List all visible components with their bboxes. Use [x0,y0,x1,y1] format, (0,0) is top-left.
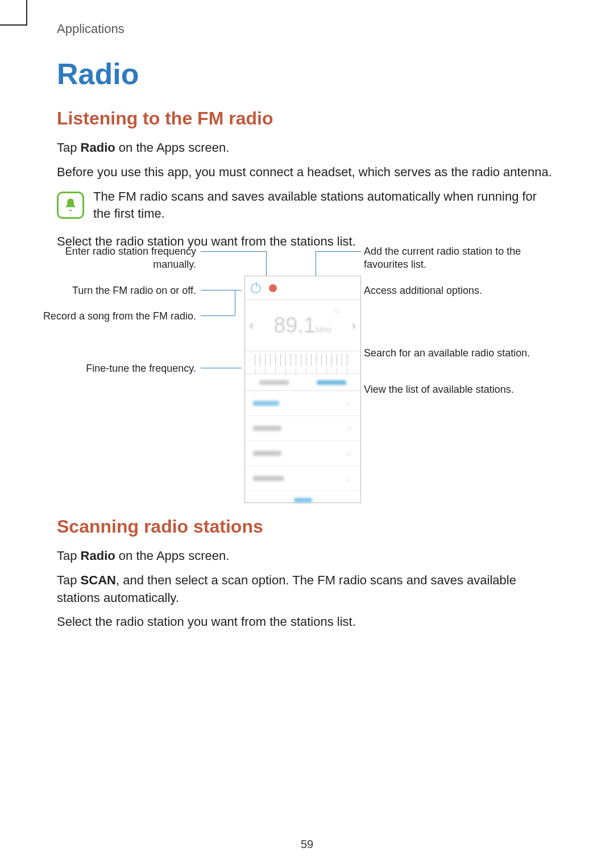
device-toolbar [245,276,360,300]
scan-button-row [245,491,360,509]
blurred-label [253,451,281,456]
blurred-label [253,426,281,431]
para-tap-scan: Tap SCAN, and then select a scan option.… [57,572,557,607]
blurred-scan-label [294,498,312,502]
star-icon: ☆ [345,424,352,433]
callout-power: Turn the FM radio on or off. [40,284,196,297]
tabs-row [245,374,360,391]
text: Tap [57,140,81,155]
chevron-left-icon: ‹ [250,318,254,333]
crop-mark [0,0,27,26]
connector-line [201,368,242,368]
station-row: ☆ [245,441,360,466]
section-listening: Listening to the FM radio Tap Radio on t… [57,108,557,258]
callout-manual: Enter radio station frequency manually. [40,245,196,272]
blurred-label [317,380,346,385]
station-row: ☆ [245,391,360,416]
section-scanning: Scanning radio stations Tap Radio on the… [57,516,557,638]
blurred-label [253,476,284,481]
bold-scan: SCAN [81,573,116,587]
tab-stations [303,374,361,391]
callout-finetune: Fine-tune the frequency. [40,362,196,375]
figure: Enter radio station frequency manually. … [40,236,574,514]
frequency-ruler [245,351,360,374]
ruler-ticks [255,354,351,366]
connector-line [235,290,235,315]
note-text: The FM radio scans and saves available s… [93,188,557,223]
heading-listening: Listening to the FM radio [57,108,557,129]
heading-scanning: Scanning radio stations [57,516,557,537]
para-select-2: Select the radio station you want from t… [57,613,557,631]
page: Applications Radio Listening to the FM r… [0,0,614,868]
connector-line [266,251,267,276]
power-icon [251,283,261,293]
star-icon: ☆ [345,449,352,458]
text: Tap [57,549,81,563]
callout-options: Access additional options. [364,284,534,297]
station-row: ☆ [245,416,360,441]
callout-record: Record a song from the FM radio. [40,310,196,323]
page-number: 59 [0,838,614,851]
station-row: ☆ [245,466,360,491]
chevron-right-icon: › [352,318,356,333]
note-row: The FM radio scans and saves available s… [57,188,557,223]
para-tap-radio-1: Tap Radio on the Apps screen. [57,139,557,157]
device-main: ‹ 89.1MHz › ☆ [245,300,360,351]
bold-radio: Radio [81,140,115,155]
para-tap-radio-2: Tap Radio on the Apps screen. [57,547,557,565]
callout-fav: Add the current radio station to the fav… [364,245,534,272]
device-screenshot: ‹ 89.1MHz › ☆ ☆ ☆ ☆ ☆ [244,276,361,503]
connector-line [201,290,242,290]
text: , and then select a scan option. The FM … [57,573,516,605]
callout-search: Search for an available radio station. [364,347,534,360]
callout-viewlist: View the list of available stations. [364,383,540,396]
star-icon: ☆ [345,399,352,408]
star-icon: ☆ [334,306,341,315]
connector-line [316,251,361,252]
connector-line [201,251,266,252]
text: on the Apps screen. [115,140,230,155]
blurred-label [253,401,279,406]
frequency-value: 89.1 [273,313,316,337]
page-title: Radio [57,57,139,91]
star-icon: ☆ [345,474,352,483]
connector-line [201,315,235,316]
bold-radio: Radio [81,549,115,563]
bell-icon [57,192,84,219]
blurred-label [259,380,289,385]
para-headset: Before you use this app, you must connec… [57,164,557,181]
text: Tap [57,573,81,587]
breadcrumb: Applications [57,22,125,36]
tab-favourites [245,374,303,391]
frequency-display: 89.1MHz [273,313,332,338]
text: on the Apps screen. [115,549,230,563]
frequency-unit: MHz [316,325,332,334]
record-icon [269,284,277,292]
